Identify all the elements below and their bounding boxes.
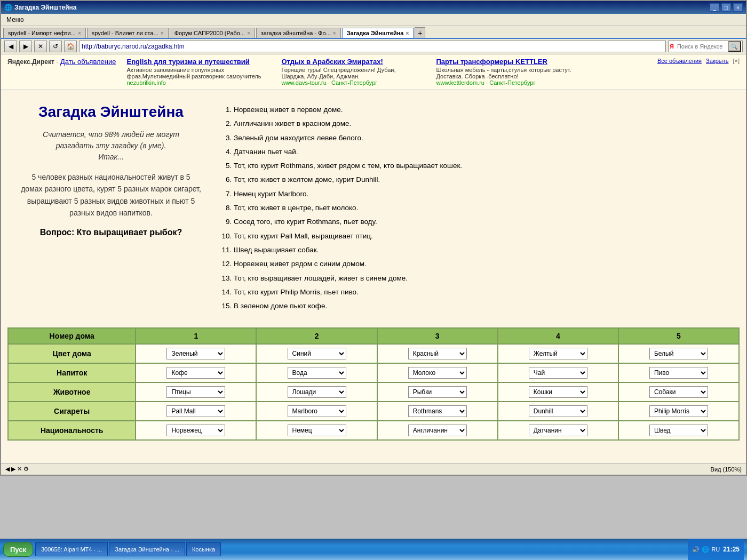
row-label-1: Напиток bbox=[8, 363, 136, 382]
browser-icon: 🌐 bbox=[4, 4, 12, 11]
ad-3-title[interactable]: Парты трансформеры KETTLER bbox=[436, 58, 575, 66]
select-0-0[interactable]: ЗеленыйСинийКрасныйЖелтыйБелый bbox=[166, 348, 225, 359]
status-nav-icons: ◀ ▶ ✕ ⚙ bbox=[5, 466, 29, 473]
taskbar-item-0[interactable]: 300658: Alpari MT4 - ... bbox=[35, 542, 108, 556]
yandex-direct-label: Яндекс.Директ bbox=[7, 58, 54, 66]
tray-icon-2: 🌐 bbox=[702, 546, 709, 553]
tab-3-close[interactable]: × bbox=[247, 30, 250, 36]
cell-0-3: ЗеленыйСинийКрасныйЖелтыйБелый bbox=[498, 344, 618, 363]
cell-2-2: ПтицыЛошадиРыбкиКошкиСобаки bbox=[377, 382, 498, 402]
stop-button[interactable]: ✕ bbox=[34, 41, 47, 52]
select-3-3[interactable]: Pall MallMarlboroRothmansDunhillPhilip M… bbox=[529, 405, 587, 417]
toolbar: ◀ ▶ ✕ ↺ 🏠 Я 🔍 bbox=[1, 39, 746, 54]
close-x[interactable]: [×] bbox=[733, 58, 740, 64]
close-link[interactable]: Закрыть bbox=[706, 58, 728, 64]
tab-5-active[interactable]: Загадка Эйнштейна × bbox=[342, 28, 414, 38]
tab-2-close[interactable]: × bbox=[161, 30, 164, 36]
maximize-button[interactable]: □ bbox=[721, 3, 731, 12]
cell-2-3: ПтицыЛошадиРыбкиКошкиСобаки bbox=[498, 382, 618, 402]
tab-2[interactable]: spydell - Влияет ли ста... × bbox=[87, 28, 169, 38]
tab-1-close[interactable]: × bbox=[78, 30, 81, 36]
search-button[interactable]: 🔍 bbox=[728, 41, 741, 52]
select-0-4[interactable]: ЗеленыйСинийКрасныйЖелтыйБелый bbox=[649, 348, 708, 359]
clue-item-3: Зеленый дом находится левее белого. bbox=[234, 132, 737, 145]
select-4-0[interactable]: НорвежецНемецАнгличанинДатчанинШвед bbox=[166, 425, 225, 436]
menu-item-menu[interactable]: Меню bbox=[3, 15, 27, 25]
ad-2-title[interactable]: Отдых в Арабских Эмиратах! bbox=[282, 58, 420, 66]
cell-3-3: Pall MallMarlboroRothmansDunhillPhilip M… bbox=[498, 402, 618, 421]
select-3-1[interactable]: Pall MallMarlboroRothmansDunhillPhilip M… bbox=[288, 405, 346, 417]
tab-2-label: spydell - Влияет ли ста... bbox=[92, 30, 158, 36]
table-header-2: 2 bbox=[256, 328, 377, 344]
ad-2-url: www.davs-tour.ru · Санкт-Петербург bbox=[282, 79, 420, 86]
select-4-3[interactable]: НорвежецНемецАнгличанинДатчанинШвед bbox=[529, 425, 587, 436]
tray-icons: 🔊 🌐 RU bbox=[692, 546, 720, 553]
select-2-4[interactable]: ПтицыЛошадиРыбкиКошкиСобаки bbox=[649, 386, 708, 398]
select-4-4[interactable]: НорвежецНемецАнгличанинДатчанинШвед bbox=[649, 425, 708, 436]
table-row-0: Цвет домаЗеленыйСинийКрасныйЖелтыйБелыйЗ… bbox=[8, 344, 739, 363]
select-2-2[interactable]: ПтицыЛошадиРыбкиКошкиСобаки bbox=[408, 386, 467, 398]
back-button[interactable]: ◀ bbox=[4, 41, 17, 52]
cell-1-4: КофеВодаМолокоЧайПиво bbox=[618, 363, 739, 382]
select-1-1[interactable]: КофеВодаМолокоЧайПиво bbox=[288, 367, 346, 379]
select-1-4[interactable]: КофеВодаМолокоЧайПиво bbox=[649, 367, 708, 379]
select-1-2[interactable]: КофеВодаМолокоЧайПиво bbox=[408, 367, 467, 379]
table-row-3: СигаретыPall MallMarlboroRothmansDunhill… bbox=[8, 402, 739, 421]
row-label-2: Животное bbox=[8, 382, 136, 402]
table-row-1: НапитокКофеВодаМолокоЧайПивоКофеВодаМоло… bbox=[8, 363, 739, 382]
tab-4[interactable]: загадка эйнштейна - Фо... × bbox=[256, 28, 341, 38]
cell-1-0: КофеВодаМолокоЧайПиво bbox=[136, 363, 256, 382]
minimize-button[interactable]: _ bbox=[710, 3, 719, 12]
table-header-4: 4 bbox=[498, 328, 618, 344]
start-button[interactable]: Пуск bbox=[3, 542, 33, 557]
taskbar-item-2[interactable]: Косынка bbox=[186, 542, 221, 556]
page-content: Загадка Эйнштейна Считается, что 98% люд… bbox=[1, 90, 746, 463]
clue-item-14: Тот, кто курит Philip Morris, пьет пиво. bbox=[234, 286, 737, 299]
left-panel: Загадка Эйнштейна Считается, что 98% люд… bbox=[10, 98, 212, 319]
select-2-0[interactable]: ПтицыЛошадиРыбкиКошкиСобаки bbox=[166, 386, 225, 398]
taskbar-items: 300658: Alpari MT4 - ...Загадка Эйнштейн… bbox=[35, 542, 221, 556]
give-ad-link[interactable]: Дать объявление bbox=[60, 58, 116, 66]
select-3-4[interactable]: Pall MallMarlboroRothmansDunhillPhilip M… bbox=[649, 405, 708, 417]
refresh-button[interactable]: ↺ bbox=[49, 41, 62, 52]
cell-2-1: ПтицыЛошадиРыбкиКошкиСобаки bbox=[256, 382, 377, 402]
select-0-2[interactable]: ЗеленыйСинийКрасныйЖелтыйБелый bbox=[408, 348, 467, 359]
select-2-1[interactable]: ПтицыЛошадиРыбкиКошкиСобаки bbox=[288, 386, 346, 398]
forward-button[interactable]: ▶ bbox=[19, 41, 32, 52]
table-header-5: 5 bbox=[618, 328, 739, 344]
cell-3-1: Pall MallMarlboroRothmansDunhillPhilip M… bbox=[256, 402, 377, 421]
select-0-3[interactable]: ЗеленыйСинийКрасныйЖелтыйБелый bbox=[529, 348, 587, 359]
row-label-3: Сигареты bbox=[8, 402, 136, 421]
select-1-3[interactable]: КофеВодаМолокоЧайПиво bbox=[529, 367, 587, 379]
ad-banner-right: Все объявления Закрыть [×] bbox=[657, 58, 740, 64]
ad-1-text: Активное запоминание популярных фраз.Мул… bbox=[127, 67, 266, 79]
select-4-2[interactable]: НорвежецНемецАнгличанинДатчанинШвед bbox=[408, 425, 467, 436]
tab-3[interactable]: Форум САПР2000 (Рабо... × bbox=[170, 28, 255, 38]
tab-4-close[interactable]: × bbox=[333, 30, 336, 36]
home-button[interactable]: 🏠 bbox=[64, 41, 77, 52]
row-label-0: Цвет дома bbox=[8, 344, 136, 363]
address-input[interactable] bbox=[82, 43, 663, 50]
cell-4-0: НорвежецНемецАнгличанинДатчанинШвед bbox=[136, 421, 256, 440]
cell-3-4: Pall MallMarlboroRothmansDunhillPhilip M… bbox=[618, 402, 739, 421]
window-title: Загадка Эйнштейна bbox=[14, 4, 77, 11]
all-ads-link[interactable]: Все объявления bbox=[657, 58, 702, 64]
new-tab-button[interactable]: + bbox=[415, 27, 425, 38]
tab-1[interactable]: spydell - Импорт нефти... × bbox=[3, 28, 86, 38]
select-1-0[interactable]: КофеВодаМолокоЧайПиво bbox=[166, 367, 225, 379]
select-2-3[interactable]: ПтицыЛошадиРыбкиКошкиСобаки bbox=[529, 386, 587, 398]
taskbar-item-1[interactable]: Загадка Эйнштейна - ... bbox=[109, 542, 185, 556]
cell-3-0: Pall MallMarlboroRothmansDunhillPhilip M… bbox=[136, 402, 256, 421]
ad-banner: Яндекс.Директ · Дать объявление English … bbox=[1, 54, 746, 90]
clue-item-1: Норвежец живет в первом доме. bbox=[234, 103, 737, 116]
select-0-1[interactable]: ЗеленыйСинийКрасныйЖелтыйБелый bbox=[288, 348, 346, 359]
search-input[interactable] bbox=[675, 43, 728, 50]
close-button[interactable]: × bbox=[733, 3, 743, 12]
ad-2-text: Горящие туры! Спецпредложения! Дубаи, Ша… bbox=[282, 67, 420, 79]
select-3-2[interactable]: Pall MallMarlboroRothmansDunhillPhilip M… bbox=[408, 405, 467, 417]
row-label-4: Национальность bbox=[8, 421, 136, 440]
ad-1-title[interactable]: English для туризма и путешествий bbox=[127, 58, 266, 66]
select-3-0[interactable]: Pall MallMarlboroRothmansDunhillPhilip M… bbox=[166, 405, 225, 417]
tab-5-close[interactable]: × bbox=[406, 30, 409, 36]
select-4-1[interactable]: НорвежецНемецАнгличанинДатчанинШвед bbox=[288, 425, 346, 436]
